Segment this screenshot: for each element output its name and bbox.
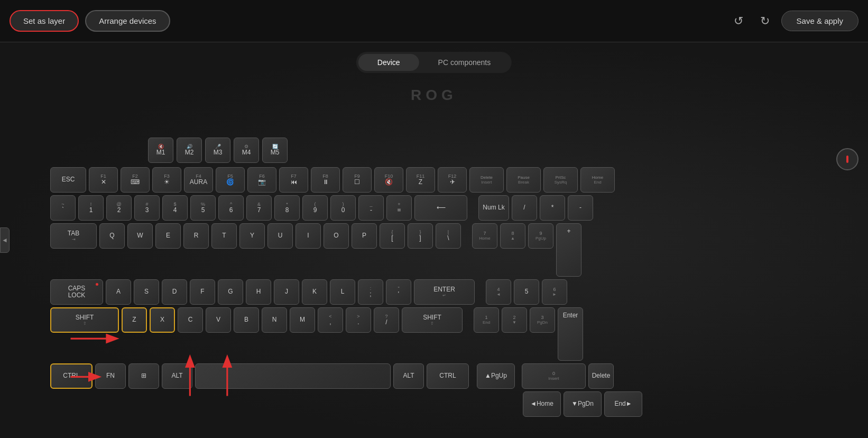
- key-np-enter[interactable]: Enter: [558, 307, 583, 361]
- key-np-star[interactable]: *: [540, 195, 565, 221]
- key-space[interactable]: [195, 363, 391, 389]
- key-g[interactable]: G: [218, 279, 243, 305]
- key-8[interactable]: *8: [274, 195, 300, 221]
- undo-button[interactable]: ↺: [728, 11, 749, 31]
- key-pgup[interactable]: ▲PgUp: [477, 363, 515, 389]
- key-np-dot[interactable]: Delete: [588, 363, 614, 389]
- key-minus[interactable]: _-: [358, 195, 384, 221]
- key-numlock[interactable]: Num Lk: [478, 195, 509, 221]
- key-shift-left[interactable]: SHIFT ⇧: [50, 307, 119, 333]
- key-rbracket[interactable]: }]: [408, 223, 433, 249]
- key-m[interactable]: M: [290, 307, 315, 333]
- key-pause-break[interactable]: PauseBreak: [506, 167, 541, 193]
- key-np-minus[interactable]: -: [568, 195, 593, 221]
- key-f10[interactable]: F10🔇: [374, 167, 403, 193]
- key-tilde[interactable]: ~`: [50, 195, 76, 221]
- key-f6[interactable]: F6📷: [247, 167, 276, 193]
- key-f2[interactable]: F2⌨: [121, 167, 150, 193]
- key-z[interactable]: Z: [122, 307, 147, 333]
- key-np-plus[interactable]: +: [556, 223, 581, 277]
- key-period[interactable]: >.: [346, 307, 371, 333]
- key-quote[interactable]: "': [386, 279, 411, 305]
- key-f1[interactable]: F1✕: [89, 167, 118, 193]
- key-np0[interactable]: 0Insert: [522, 363, 586, 389]
- key-w[interactable]: W: [127, 223, 153, 249]
- key-enter[interactable]: ENTER↵: [414, 279, 475, 305]
- key-m3[interactable]: 🎤M3: [205, 138, 230, 163]
- arrange-devices-button[interactable]: Arrange devices: [85, 10, 170, 32]
- key-p[interactable]: P: [352, 223, 377, 249]
- tab-device[interactable]: Device: [358, 54, 419, 71]
- tab-pc-components[interactable]: PC components: [419, 54, 510, 71]
- key-tab[interactable]: TAB⇥: [50, 223, 97, 249]
- key-s[interactable]: S: [134, 279, 159, 305]
- key-prtsc-sysrq[interactable]: PrtScSysRq: [543, 167, 578, 193]
- set-as-layer-button[interactable]: Set as layer: [10, 10, 79, 32]
- key-t[interactable]: T: [211, 223, 237, 249]
- key-esc[interactable]: ESC: [50, 167, 86, 193]
- key-backspace[interactable]: ⟵: [414, 195, 467, 221]
- key-capslock[interactable]: CAPS LOCK: [50, 279, 103, 305]
- key-alt-left[interactable]: ALT: [162, 363, 192, 389]
- key-h[interactable]: H: [246, 279, 271, 305]
- key-d[interactable]: D: [162, 279, 187, 305]
- key-ctrl-left[interactable]: CTRL: [50, 363, 93, 389]
- key-u[interactable]: U: [267, 223, 293, 249]
- key-comma[interactable]: <,: [318, 307, 343, 333]
- key-np4[interactable]: 4◄: [486, 279, 511, 305]
- key-b[interactable]: B: [234, 307, 259, 333]
- key-0[interactable]: )0: [330, 195, 356, 221]
- key-9[interactable]: (9: [302, 195, 328, 221]
- key-2[interactable]: @2: [106, 195, 132, 221]
- key-fn[interactable]: FN: [95, 363, 126, 389]
- key-o[interactable]: O: [324, 223, 349, 249]
- key-l[interactable]: L: [330, 279, 355, 305]
- key-shift-right[interactable]: SHIFT ⇧: [402, 307, 463, 333]
- key-delete-insert[interactable]: DeleteInsert: [469, 167, 504, 193]
- key-i[interactable]: I: [296, 223, 321, 249]
- key-5[interactable]: %5: [190, 195, 216, 221]
- redo-button[interactable]: ↻: [755, 11, 775, 31]
- key-m5[interactable]: 🔄M5: [262, 138, 288, 163]
- key-home-end[interactable]: HomeEnd: [580, 167, 615, 193]
- key-np3[interactable]: 3PgDn: [530, 307, 555, 333]
- key-m1[interactable]: 🔇M1: [148, 138, 173, 163]
- key-np1[interactable]: 1End: [474, 307, 499, 333]
- key-f9[interactable]: F9☐: [343, 167, 372, 193]
- power-button[interactable]: [836, 148, 858, 170]
- key-c[interactable]: C: [178, 307, 203, 333]
- key-backslash[interactable]: |\: [436, 223, 461, 249]
- key-7[interactable]: &7: [246, 195, 272, 221]
- key-end-arrow[interactable]: End►: [604, 391, 642, 417]
- key-f7[interactable]: F7⏮: [279, 167, 308, 193]
- key-lbracket[interactable]: {[: [380, 223, 405, 249]
- key-r[interactable]: R: [183, 223, 209, 249]
- key-f12[interactable]: F12✈: [438, 167, 467, 193]
- key-f3[interactable]: F3☀: [152, 167, 181, 193]
- key-f4[interactable]: F4AURA: [184, 167, 213, 193]
- key-np-slash[interactable]: /: [512, 195, 537, 221]
- key-k[interactable]: K: [302, 279, 327, 305]
- key-pgdn-arrow[interactable]: ▼PgDn: [564, 391, 602, 417]
- key-m2[interactable]: 🔊M2: [177, 138, 202, 163]
- save-apply-button[interactable]: Save & apply: [781, 11, 858, 31]
- key-3[interactable]: #3: [134, 195, 160, 221]
- key-np8[interactable]: 8▲: [500, 223, 525, 249]
- key-f8[interactable]: F8⏸: [311, 167, 340, 193]
- key-v[interactable]: V: [206, 307, 231, 333]
- key-q[interactable]: Q: [99, 223, 125, 249]
- key-slash[interactable]: ?/: [374, 307, 399, 333]
- key-4[interactable]: $4: [162, 195, 188, 221]
- key-semicolon[interactable]: :;: [358, 279, 383, 305]
- side-panel-toggle[interactable]: ◄: [0, 227, 10, 253]
- key-m4[interactable]: ⚙M4: [234, 138, 259, 163]
- key-y[interactable]: Y: [239, 223, 265, 249]
- key-1[interactable]: !1: [78, 195, 104, 221]
- key-e[interactable]: E: [155, 223, 181, 249]
- key-n[interactable]: N: [262, 307, 287, 333]
- key-f11[interactable]: F11Z: [406, 167, 435, 193]
- key-home-arrow[interactable]: ◄Home: [523, 391, 561, 417]
- key-ctrl-right[interactable]: CTRL: [427, 363, 469, 389]
- key-equals[interactable]: +=: [386, 195, 412, 221]
- key-np2[interactable]: 2▼: [502, 307, 527, 333]
